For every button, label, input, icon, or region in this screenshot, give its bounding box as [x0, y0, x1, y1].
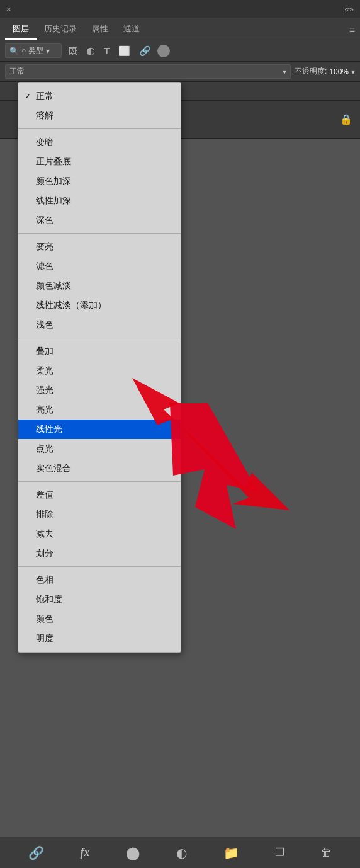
menu-item-screen[interactable]: 滤色 [18, 256, 181, 276]
menu-item-pinlight[interactable]: 点光 [18, 439, 181, 459]
divider-5 [18, 566, 181, 567]
menu-item-exclusion[interactable]: 排除 [18, 505, 181, 524]
tab-layers[interactable]: 图层 [5, 20, 37, 40]
opacity-value[interactable]: 100% [329, 67, 349, 76]
copy-bottom-icon[interactable]: ❐ [275, 846, 284, 859]
blend-mode-dropdown: 正常 溶解 变暗 正片叠底 颜色加深 线性加深 深色 变亮 滤色 颜色减淡 线性… [18, 82, 181, 653]
blend-row: 正常 ▾ 不透明度: 100% ▾ [0, 62, 360, 82]
tabs-row: 图层 历史记录 属性 通道 ≡ [0, 18, 360, 40]
menu-item-lineardodge[interactable]: 线性减淡（添加） [18, 295, 181, 315]
color-circle [157, 45, 170, 57]
menu-item-linearburn[interactable]: 线性加深 [18, 191, 181, 210]
menu-item-multiply[interactable]: 正片叠底 [18, 152, 181, 171]
menu-item-linearlight[interactable]: 线性光 [18, 420, 181, 439]
menu-item-divide[interactable]: 划分 [18, 544, 181, 563]
search-icon: 🔍 [9, 47, 19, 55]
menu-item-luminosity[interactable]: 明度 [18, 629, 181, 648]
image-icon[interactable]: 🖼 [65, 44, 80, 57]
menu-item-dissolve[interactable]: 溶解 [18, 106, 181, 125]
menu-item-colorburn[interactable]: 颜色加深 [18, 171, 181, 191]
menu-item-color[interactable]: 颜色 [18, 609, 181, 629]
close-icon[interactable]: × [6, 4, 11, 14]
menu-item-hue[interactable]: 色相 [18, 570, 181, 590]
opacity-area: 不透明度: 100% ▾ [295, 66, 355, 77]
menu-item-hardlight[interactable]: 强光 [18, 380, 181, 400]
link-icon[interactable]: 🔗 [137, 44, 154, 58]
filter-select[interactable]: 🔍 ○ 类型 ▾ [5, 43, 62, 58]
link-bottom-icon[interactable]: 🔗 [28, 845, 44, 860]
mask-bottom-icon[interactable]: ⬤ [126, 845, 140, 860]
menu-item-darkercolor[interactable]: 深色 [18, 210, 181, 230]
menu-item-softlight[interactable]: 柔光 [18, 361, 181, 380]
menu-item-lightercolor[interactable]: 浅色 [18, 315, 181, 334]
canvas-lock-icon: 🔒 [340, 113, 352, 125]
circle-icon[interactable]: ◐ [84, 43, 98, 58]
menu-item-normal[interactable]: 正常 [18, 86, 181, 106]
tab-properties[interactable]: 属性 [84, 20, 116, 40]
folder-bottom-icon[interactable]: 📁 [223, 845, 239, 860]
opacity-dropdown-arrow: ▾ [351, 67, 355, 76]
menu-item-colordodge[interactable]: 颜色减淡 [18, 276, 181, 295]
text-icon[interactable]: T [101, 44, 112, 57]
divider-4 [18, 481, 181, 482]
rect-icon[interactable]: ⬜ [116, 44, 133, 58]
tab-menu-icon[interactable]: ≡ [349, 25, 355, 40]
adjustment-bottom-icon[interactable]: ◐ [176, 845, 187, 860]
toolbar-row: 🔍 ○ 类型 ▾ 🖼 ◐ T ⬜ 🔗 [0, 40, 360, 62]
menu-item-lighten[interactable]: 变亮 [18, 237, 181, 256]
menu-item-difference[interactable]: 差值 [18, 485, 181, 505]
title-bar: × «» [0, 0, 360, 18]
filter-label: ○ 类型 [21, 45, 43, 56]
blend-dropdown-arrow: ▾ [283, 67, 286, 76]
menu-item-saturation[interactable]: 饱和度 [18, 590, 181, 609]
trash-bottom-icon[interactable]: 🗑 [321, 847, 332, 859]
divider-1 [18, 128, 181, 129]
filter-dropdown-arrow: ▾ [46, 47, 50, 55]
menu-item-hardmix[interactable]: 实色混合 [18, 459, 181, 478]
opacity-label: 不透明度: [295, 66, 327, 77]
divider-3 [18, 338, 181, 338]
collapse-icon[interactable]: «» [345, 4, 354, 14]
tab-channels[interactable]: 通道 [116, 20, 147, 40]
menu-item-darken[interactable]: 变暗 [18, 132, 181, 152]
bottom-toolbar: 🔗 fx ⬤ ◐ 📁 ❐ 🗑 [0, 837, 360, 868]
fx-bottom-icon[interactable]: fx [81, 846, 90, 859]
divider-2 [18, 233, 181, 234]
blend-mode-label: 正常 [9, 66, 25, 77]
menu-item-overlay[interactable]: 叠加 [18, 341, 181, 361]
tab-history[interactable]: 历史记录 [37, 20, 84, 40]
blend-mode-select[interactable]: 正常 ▾ [5, 64, 291, 79]
menu-item-subtract[interactable]: 减去 [18, 524, 181, 544]
menu-item-vividlight[interactable]: 亮光 [18, 400, 181, 420]
